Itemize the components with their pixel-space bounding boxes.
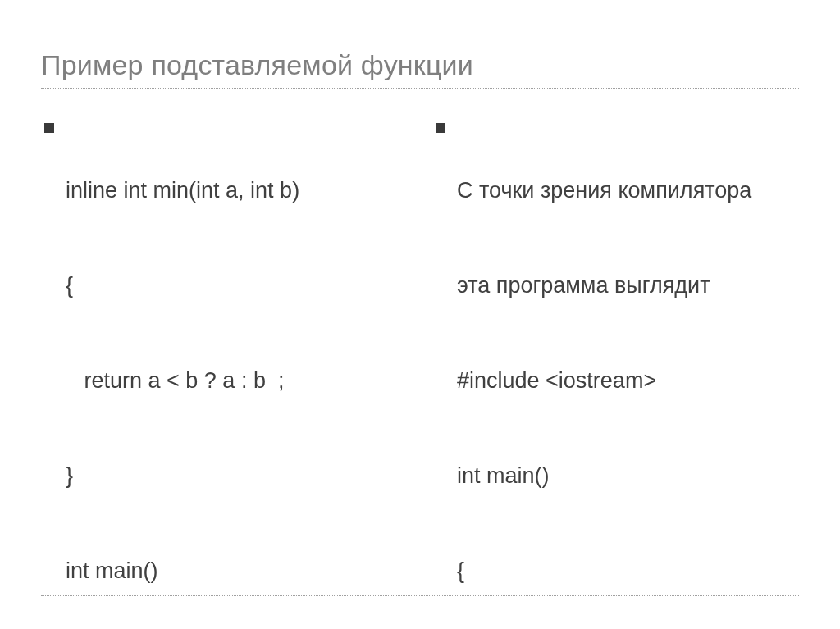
code-line: int main() [457,460,751,492]
code-line: #include <iostream> [457,365,751,397]
right-code-content: С точки зрения компилятора эта программа… [457,112,751,629]
code-line: inline int min(int a, int b) [66,175,304,207]
right-column: С точки зрения компилятора эта программа… [432,112,799,629]
left-code-block: inline int min(int a, int b) { return a … [41,112,408,629]
left-code-content: inline int min(int a, int b) { return a … [66,112,304,629]
footer-divider [41,595,799,596]
bullet-icon [44,123,54,133]
code-line: return a < b ? a : b ; [66,365,304,397]
intro-line: эта программа выглядит [457,270,751,302]
left-column: inline int min(int a, int b) { return a … [41,112,408,629]
right-code-block: С точки зрения компилятора эта программа… [432,112,799,629]
title-divider [41,88,799,89]
intro-line: С точки зрения компилятора [457,175,751,207]
code-line: int main() [66,555,304,587]
code-line: { [457,555,751,587]
code-line: } [66,460,304,492]
slide-title: Пример подставляемой функции [41,49,799,81]
bullet-icon [436,123,445,133]
code-line: { [66,270,304,302]
content-columns: inline int min(int a, int b) { return a … [41,112,799,629]
